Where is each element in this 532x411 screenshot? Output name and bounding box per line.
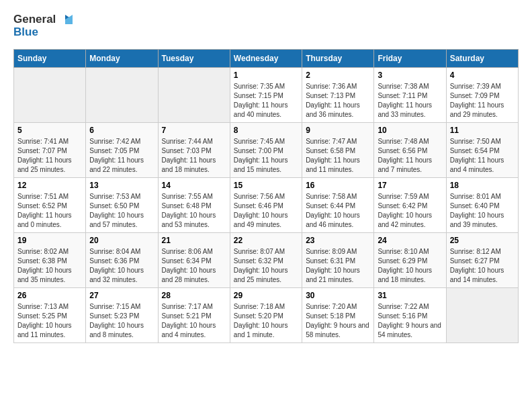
day-info: Sunrise: 8:02 AMSunset: 6:38 PMDaylight:… bbox=[17, 247, 82, 285]
page-header: General Blue bbox=[13, 13, 519, 38]
day-info: Sunrise: 7:47 AMSunset: 6:58 PMDaylight:… bbox=[306, 137, 370, 175]
calendar-cell: 26Sunrise: 7:13 AMSunset: 5:25 PMDayligh… bbox=[14, 288, 86, 343]
calendar-cell: 8Sunrise: 7:45 AMSunset: 7:00 PMDaylight… bbox=[230, 123, 302, 178]
day-info: Sunrise: 7:18 AMSunset: 5:20 PMDaylight:… bbox=[234, 302, 298, 340]
day-info: Sunrise: 8:07 AMSunset: 6:32 PMDaylight:… bbox=[234, 247, 298, 285]
logo-bird-icon bbox=[58, 13, 73, 26]
day-info: Sunrise: 7:41 AMSunset: 7:07 PMDaylight:… bbox=[17, 137, 82, 175]
logo-general-text: General bbox=[13, 13, 56, 26]
day-number: 11 bbox=[450, 126, 515, 135]
day-info: Sunrise: 7:42 AMSunset: 7:05 PMDaylight:… bbox=[89, 137, 154, 175]
day-number: 31 bbox=[378, 291, 442, 300]
calendar-cell: 11Sunrise: 7:50 AMSunset: 6:54 PMDayligh… bbox=[446, 123, 518, 178]
day-info: Sunrise: 7:51 AMSunset: 6:52 PMDaylight:… bbox=[17, 192, 82, 230]
calendar-table: SundayMondayTuesdayWednesdayThursdayFrid… bbox=[13, 49, 519, 343]
calendar-cell: 7Sunrise: 7:44 AMSunset: 7:03 PMDaylight… bbox=[158, 123, 230, 178]
calendar-cell: 13Sunrise: 7:53 AMSunset: 6:50 PMDayligh… bbox=[86, 178, 158, 233]
day-number: 13 bbox=[89, 181, 154, 190]
day-number: 29 bbox=[234, 291, 298, 300]
day-info: Sunrise: 7:36 AMSunset: 7:13 PMDaylight:… bbox=[306, 82, 370, 120]
logo: General Blue bbox=[13, 13, 73, 38]
day-info: Sunrise: 7:20 AMSunset: 5:18 PMDaylight:… bbox=[306, 302, 370, 340]
calendar-cell: 30Sunrise: 7:20 AMSunset: 5:18 PMDayligh… bbox=[302, 288, 374, 343]
day-info: Sunrise: 8:10 AMSunset: 6:29 PMDaylight:… bbox=[378, 247, 442, 285]
calendar-cell: 4Sunrise: 7:39 AMSunset: 7:09 PMDaylight… bbox=[446, 68, 518, 123]
calendar-cell: 18Sunrise: 8:01 AMSunset: 6:40 PMDayligh… bbox=[446, 178, 518, 233]
weekday-header-monday: Monday bbox=[86, 50, 158, 68]
calendar-cell: 31Sunrise: 7:22 AMSunset: 5:16 PMDayligh… bbox=[374, 288, 446, 343]
calendar-cell: 2Sunrise: 7:36 AMSunset: 7:13 PMDaylight… bbox=[302, 68, 374, 123]
logo-blue-text: Blue bbox=[13, 26, 73, 39]
calendar-cell: 28Sunrise: 7:17 AMSunset: 5:21 PMDayligh… bbox=[158, 288, 230, 343]
week-row-4: 19Sunrise: 8:02 AMSunset: 6:38 PMDayligh… bbox=[14, 233, 519, 288]
day-number: 27 bbox=[89, 291, 154, 300]
day-number: 6 bbox=[89, 126, 154, 135]
day-info: Sunrise: 7:39 AMSunset: 7:09 PMDaylight:… bbox=[450, 82, 515, 120]
day-info: Sunrise: 7:59 AMSunset: 6:42 PMDaylight:… bbox=[378, 192, 442, 230]
day-number: 7 bbox=[162, 126, 226, 135]
calendar-cell bbox=[86, 68, 158, 123]
day-number: 4 bbox=[450, 71, 515, 80]
day-number: 8 bbox=[234, 126, 298, 135]
calendar-cell: 5Sunrise: 7:41 AMSunset: 7:07 PMDaylight… bbox=[14, 123, 86, 178]
day-number: 2 bbox=[306, 71, 370, 80]
calendar-cell: 17Sunrise: 7:59 AMSunset: 6:42 PMDayligh… bbox=[374, 178, 446, 233]
week-row-3: 12Sunrise: 7:51 AMSunset: 6:52 PMDayligh… bbox=[14, 178, 519, 233]
day-info: Sunrise: 7:53 AMSunset: 6:50 PMDaylight:… bbox=[89, 192, 154, 230]
week-row-5: 26Sunrise: 7:13 AMSunset: 5:25 PMDayligh… bbox=[14, 288, 519, 343]
weekday-header-row: SundayMondayTuesdayWednesdayThursdayFrid… bbox=[14, 50, 519, 68]
day-info: Sunrise: 8:12 AMSunset: 6:27 PMDaylight:… bbox=[450, 247, 515, 285]
day-info: Sunrise: 7:13 AMSunset: 5:25 PMDaylight:… bbox=[17, 302, 82, 340]
day-number: 14 bbox=[162, 181, 226, 190]
calendar-cell bbox=[446, 288, 518, 343]
weekday-header-thursday: Thursday bbox=[302, 50, 374, 68]
week-row-2: 5Sunrise: 7:41 AMSunset: 7:07 PMDaylight… bbox=[14, 123, 519, 178]
calendar-cell: 15Sunrise: 7:56 AMSunset: 6:46 PMDayligh… bbox=[230, 178, 302, 233]
day-number: 28 bbox=[162, 291, 226, 300]
day-number: 23 bbox=[306, 236, 370, 245]
day-info: Sunrise: 7:15 AMSunset: 5:23 PMDaylight:… bbox=[89, 302, 154, 340]
day-number: 19 bbox=[17, 236, 82, 245]
calendar-cell: 23Sunrise: 8:09 AMSunset: 6:31 PMDayligh… bbox=[302, 233, 374, 288]
day-info: Sunrise: 8:01 AMSunset: 6:40 PMDaylight:… bbox=[450, 192, 515, 230]
day-number: 24 bbox=[378, 236, 442, 245]
day-number: 3 bbox=[378, 71, 442, 80]
day-info: Sunrise: 7:48 AMSunset: 6:56 PMDaylight:… bbox=[378, 137, 442, 175]
calendar-cell: 9Sunrise: 7:47 AMSunset: 6:58 PMDaylight… bbox=[302, 123, 374, 178]
day-number: 26 bbox=[17, 291, 82, 300]
calendar-cell bbox=[158, 68, 230, 123]
day-info: Sunrise: 7:50 AMSunset: 6:54 PMDaylight:… bbox=[450, 137, 515, 175]
day-info: Sunrise: 7:45 AMSunset: 7:00 PMDaylight:… bbox=[234, 137, 298, 175]
day-info: Sunrise: 7:38 AMSunset: 7:11 PMDaylight:… bbox=[378, 82, 442, 120]
weekday-header-friday: Friday bbox=[374, 50, 446, 68]
calendar-cell: 16Sunrise: 7:58 AMSunset: 6:44 PMDayligh… bbox=[302, 178, 374, 233]
day-number: 25 bbox=[450, 236, 515, 245]
day-number: 22 bbox=[234, 236, 298, 245]
calendar-cell: 1Sunrise: 7:35 AMSunset: 7:15 PMDaylight… bbox=[230, 68, 302, 123]
calendar-cell: 25Sunrise: 8:12 AMSunset: 6:27 PMDayligh… bbox=[446, 233, 518, 288]
day-info: Sunrise: 7:44 AMSunset: 7:03 PMDaylight:… bbox=[162, 137, 226, 175]
calendar-cell: 10Sunrise: 7:48 AMSunset: 6:56 PMDayligh… bbox=[374, 123, 446, 178]
day-number: 30 bbox=[306, 291, 370, 300]
day-number: 17 bbox=[378, 181, 442, 190]
day-info: Sunrise: 7:58 AMSunset: 6:44 PMDaylight:… bbox=[306, 192, 370, 230]
calendar-cell: 19Sunrise: 8:02 AMSunset: 6:38 PMDayligh… bbox=[14, 233, 86, 288]
day-info: Sunrise: 7:17 AMSunset: 5:21 PMDaylight:… bbox=[162, 302, 226, 340]
weekday-header-saturday: Saturday bbox=[446, 50, 518, 68]
day-info: Sunrise: 8:09 AMSunset: 6:31 PMDaylight:… bbox=[306, 247, 370, 285]
day-number: 5 bbox=[17, 126, 82, 135]
calendar-cell: 27Sunrise: 7:15 AMSunset: 5:23 PMDayligh… bbox=[86, 288, 158, 343]
day-info: Sunrise: 7:56 AMSunset: 6:46 PMDaylight:… bbox=[234, 192, 298, 230]
day-info: Sunrise: 7:22 AMSunset: 5:16 PMDaylight:… bbox=[378, 302, 442, 340]
calendar-cell: 3Sunrise: 7:38 AMSunset: 7:11 PMDaylight… bbox=[374, 68, 446, 123]
weekday-header-sunday: Sunday bbox=[14, 50, 86, 68]
calendar-cell: 20Sunrise: 8:04 AMSunset: 6:36 PMDayligh… bbox=[86, 233, 158, 288]
calendar-cell: 12Sunrise: 7:51 AMSunset: 6:52 PMDayligh… bbox=[14, 178, 86, 233]
day-number: 15 bbox=[234, 181, 298, 190]
calendar-cell: 22Sunrise: 8:07 AMSunset: 6:32 PMDayligh… bbox=[230, 233, 302, 288]
weekday-header-tuesday: Tuesday bbox=[158, 50, 230, 68]
calendar-cell: 29Sunrise: 7:18 AMSunset: 5:20 PMDayligh… bbox=[230, 288, 302, 343]
day-number: 10 bbox=[378, 126, 442, 135]
day-info: Sunrise: 7:35 AMSunset: 7:15 PMDaylight:… bbox=[234, 82, 298, 120]
calendar-cell: 14Sunrise: 7:55 AMSunset: 6:48 PMDayligh… bbox=[158, 178, 230, 233]
